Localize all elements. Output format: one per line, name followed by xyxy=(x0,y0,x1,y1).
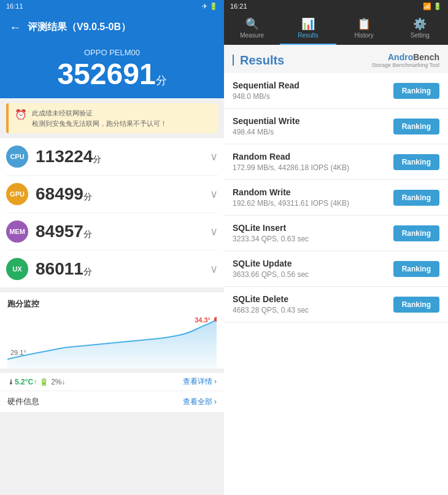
warning-icon: ⏰ xyxy=(15,109,27,120)
setting-icon: ⚙️ xyxy=(413,17,427,31)
sqlite-delete-value: 4683.28 QPS, 0.43 sec xyxy=(233,306,393,314)
mem-score-item[interactable]: MEM 84957分 ∨ xyxy=(6,213,218,251)
sequential-read-info: Sequential Read 948.0 MB/s xyxy=(233,80,393,101)
warning-line2: 检测到安兔兔无法联网，跑分结果不予认可！ xyxy=(32,119,167,129)
random-write-info: Random Write 192.62 MB/s, 49311.61 IOPS … xyxy=(233,187,393,208)
warning-box: ⏰ 此成绩未经联网验证 检测到安兔兔无法联网，跑分结果不予认可！ xyxy=(6,103,218,133)
sqlite-delete-name: SQLite Delete xyxy=(233,294,393,304)
random-write-value: 192.62 MB/s, 49311.61 IOPS (4KB) xyxy=(233,199,393,208)
sqlite-delete-item: SQLite Delete 4683.28 QPS, 0.43 sec Rank… xyxy=(224,287,448,322)
see-all-link[interactable]: 查看全部 › xyxy=(183,397,217,407)
tab-results[interactable]: 📊 Results xyxy=(280,12,336,45)
tab-measure-label: Measure xyxy=(240,32,264,39)
random-write-item: Random Write 192.62 MB/s, 49311.61 IOPS … xyxy=(224,180,448,216)
cpu-score-item[interactable]: CPU 113224分 ∨ xyxy=(6,138,218,176)
gpu-score-item[interactable]: GPU 68499分 ∨ xyxy=(6,176,218,213)
hardware-label: 硬件信息 xyxy=(7,396,39,407)
temperature-chart xyxy=(7,313,217,368)
monitor-title: 跑分监控 xyxy=(7,298,217,310)
cpu-chevron-icon: ∨ xyxy=(210,150,218,163)
left-header: ← 评测结果（V9.0.5-0B） xyxy=(0,12,224,42)
mem-badge: MEM xyxy=(6,220,28,243)
right-nav: 🔍 Measure 📊 Results 📋 History ⚙️ Setting xyxy=(224,12,448,45)
score-value: 352691 xyxy=(57,58,155,90)
tab-setting-label: Setting xyxy=(411,32,430,39)
results-header: Results AndroBench Storage Benchmarking … xyxy=(224,45,448,73)
temp-end-label: 34.3° xyxy=(195,316,210,324)
sqlite-delete-ranking-button[interactable]: Ranking xyxy=(393,297,439,313)
sqlite-update-item: SQLite Update 3633.66 QPS, 0.56 sec Rank… xyxy=(224,251,448,287)
mem-score-value: 84957分 xyxy=(36,222,210,241)
sqlite-insert-ranking-button[interactable]: Ranking xyxy=(393,225,439,241)
tab-results-label: Results xyxy=(298,32,318,39)
hardware-bar: 硬件信息 查看全部 › xyxy=(0,391,224,412)
results-icon: 📊 xyxy=(301,17,315,31)
device-name: OPPO PELM00 xyxy=(0,48,224,57)
right-panel: 16:21 📶 🔋 🔍 Measure 📊 Results 📋 History … xyxy=(224,0,448,495)
sqlite-delete-info: SQLite Delete 4683.28 QPS, 0.43 sec xyxy=(233,294,393,314)
results-title: Results xyxy=(240,53,284,68)
sequential-write-item: Sequential Write 498.44 MB/s Ranking xyxy=(224,109,448,144)
left-time: 16:11 xyxy=(6,2,23,10)
left-status-bar: 16:11 ✈ 🔋 xyxy=(0,0,224,12)
androbench-subtitle: Storage Benchmarking Tool xyxy=(372,62,439,68)
sequential-write-info: Sequential Write 498.44 MB/s xyxy=(233,116,393,136)
random-read-ranking-button[interactable]: Ranking xyxy=(393,154,439,170)
tab-history-label: History xyxy=(355,32,374,39)
detail-link[interactable]: 查看详情 › xyxy=(183,376,217,387)
bottom-bar: 🌡 5.2°C↑ 🔋 2%↓ 查看详情 › xyxy=(0,372,224,391)
temp-value: 5.2°C↑ xyxy=(15,378,37,386)
random-read-name: Random Read xyxy=(233,152,393,162)
score-section: OPPO PELM00 352691分 xyxy=(0,42,224,98)
sequential-read-ranking-button[interactable]: Ranking xyxy=(393,83,439,99)
measure-icon: 🔍 xyxy=(245,17,259,31)
random-read-value: 172.99 MB/s, 44286.18 IOPS (4KB) xyxy=(233,163,393,172)
monitor-section: 跑分监控 29.1° 34.3° xyxy=(0,292,224,368)
back-button[interactable]: ← xyxy=(9,20,21,34)
sequential-read-value: 948.0 MB/s xyxy=(233,92,393,101)
battery-icon: 🔋 xyxy=(39,378,48,386)
androbench-logo: AndroBench Storage Benchmarking Tool xyxy=(372,52,439,68)
ux-badge: UX xyxy=(6,258,28,280)
sqlite-insert-name: SQLite Insert xyxy=(233,223,393,233)
random-read-item: Random Read 172.99 MB/s, 44286.18 IOPS (… xyxy=(224,144,448,180)
sqlite-insert-info: SQLite Insert 3233.34 QPS, 0.63 sec xyxy=(233,223,393,243)
right-status-icons: 📶 🔋 xyxy=(423,2,442,10)
right-status-bar: 16:21 📶 🔋 xyxy=(224,0,448,12)
score-unit: 分 xyxy=(156,74,167,87)
random-write-ranking-button[interactable]: Ranking xyxy=(393,190,439,206)
history-icon: 📋 xyxy=(357,17,371,31)
page-title: 评测结果（V9.0.5-0B） xyxy=(28,21,131,34)
mem-chevron-icon: ∨ xyxy=(210,225,218,238)
tab-measure[interactable]: 🔍 Measure xyxy=(224,12,280,45)
gpu-score-value: 68499分 xyxy=(36,184,210,204)
sequential-read-item: Sequential Read 948.0 MB/s Ranking xyxy=(224,73,448,109)
random-write-name: Random Write xyxy=(233,187,393,197)
gpu-badge: GPU xyxy=(6,183,28,205)
tab-setting[interactable]: ⚙️ Setting xyxy=(392,12,448,45)
sequential-write-ranking-button[interactable]: Ranking xyxy=(393,119,439,134)
title-divider xyxy=(233,55,234,66)
sequential-write-name: Sequential Write xyxy=(233,116,393,126)
battery-value: 2%↓ xyxy=(51,378,65,386)
sequential-read-name: Sequential Read xyxy=(233,80,393,90)
warning-text: 此成绩未经联网验证 检测到安兔兔无法联网，跑分结果不予认可！ xyxy=(32,108,167,128)
right-time: 16:21 xyxy=(230,2,247,10)
cpu-score-value: 113224分 xyxy=(36,147,210,166)
temp-start-label: 29.1° xyxy=(10,349,26,356)
sqlite-update-ranking-button[interactable]: Ranking xyxy=(393,261,439,277)
sqlite-update-name: SQLite Update xyxy=(233,259,393,268)
main-score: 352691分 xyxy=(0,60,224,89)
tab-history[interactable]: 📋 History xyxy=(336,12,392,45)
sqlite-update-info: SQLite Update 3633.66 QPS, 0.56 sec xyxy=(233,259,393,279)
sqlite-update-value: 3633.66 QPS, 0.56 sec xyxy=(233,270,393,279)
sequential-write-value: 498.44 MB/s xyxy=(233,128,393,136)
random-read-info: Random Read 172.99 MB/s, 44286.18 IOPS (… xyxy=(233,152,393,172)
gpu-chevron-icon: ∨ xyxy=(210,187,218,201)
ux-score-value: 86011分 xyxy=(36,259,210,279)
thermometer-icon: 🌡 xyxy=(7,378,15,386)
score-list: CPU 113224分 ∨ GPU 68499分 ∨ MEM 84957分 ∨ … xyxy=(0,138,224,287)
ux-score-item[interactable]: UX 86011分 ∨ xyxy=(6,251,218,287)
left-panel: 16:11 ✈ 🔋 ← 评测结果（V9.0.5-0B） OPPO PELM00 … xyxy=(0,0,224,495)
cpu-badge: CPU xyxy=(6,146,28,168)
